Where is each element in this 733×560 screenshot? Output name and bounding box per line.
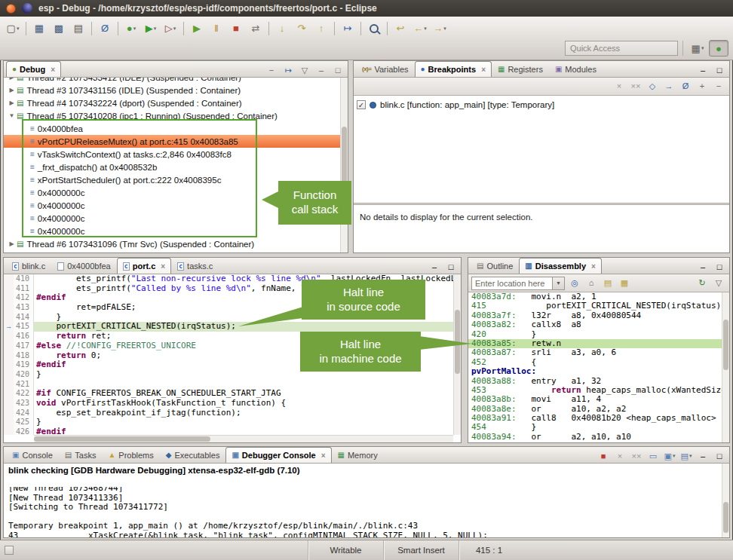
twisty-icon[interactable]: ▶ (7, 99, 17, 106)
stack-frame-row[interactable]: ≡vPortCPUReleaseMutex() at port.c:415 0x… (4, 135, 340, 148)
breakpoints-tab-breakpoints[interactable]: ●Breakpoints× (415, 61, 492, 77)
disassembly-listing[interactable]: 40083a7d: movi.n a2, 1415 portEXIT_CRITI… (468, 292, 722, 442)
close-icon[interactable]: × (161, 262, 165, 271)
code-line[interactable]: 411 ets_printf("Called by %s line %d\n",… (4, 284, 453, 294)
debug-minimize-button[interactable]: – (314, 63, 329, 77)
console-tab-debugger-console[interactable]: ▣Debugger Console× (225, 447, 331, 463)
code-line[interactable]: 417#else //!CONFIG_FREERTOS_UNICORE (4, 341, 453, 351)
disassembly-home-button[interactable]: ⌂ (584, 277, 599, 290)
debug-vertical-scrollbar[interactable] (340, 78, 348, 252)
status-trim-icon[interactable] (5, 546, 14, 555)
debug-thread-row[interactable]: ▶▤Thread #4 1073432224 (dport) (Suspende… (4, 96, 340, 109)
toolbar-resume-button[interactable]: ▶ (187, 20, 207, 37)
disassembly-line[interactable]: 40083a94: or a2, a10, a10 (468, 433, 722, 442)
toolbar-print-button[interactable]: ▤ (69, 20, 88, 37)
toolbar-new-button[interactable]: ▢▾ (3, 20, 23, 37)
toolbar-last-edit-location-button[interactable]: ↩ (391, 20, 410, 37)
editor-tab-0x4000bfea[interactable]: 0x4000bfea (51, 258, 117, 274)
code-line[interactable]: 426#endif (4, 427, 453, 435)
breakpoints-expand-all-button[interactable]: + (695, 80, 710, 93)
disassembly-minimize-button[interactable]: – (695, 260, 710, 274)
editor-tab-tasks-c[interactable]: ctasks.c (171, 258, 219, 274)
disassembly-tab-outline[interactable]: ▤Outline (471, 258, 519, 274)
toolbar-step-return-button[interactable]: ↑ (311, 20, 331, 37)
console-open-console-button[interactable]: ▤▾ (679, 449, 694, 463)
code-line[interactable]: 410 ets_printf("Last non-recursive lock … (4, 274, 453, 284)
debug-maximize-button[interactable]: □ (330, 63, 345, 77)
breakpoints-tab-registers[interactable]: ▦Registers (492, 61, 549, 77)
console-terminate-button[interactable]: ■ (596, 449, 611, 463)
toolbar-suspend-button[interactable]: ‖ (207, 20, 226, 37)
toolbar-run-button[interactable]: ▶▾ (141, 20, 161, 37)
twisty-icon[interactable]: ▶ (7, 78, 17, 81)
code-line[interactable]: 424 esp_set_breakpoint_if_jtag(function)… (4, 409, 453, 418)
code-line[interactable]: 413 ret=pdFALSE; (4, 303, 453, 313)
breakpoints-collapse-all-button[interactable]: − (711, 80, 726, 93)
debug-thread-row[interactable]: ▶▤Thread #2 1073433412 (IDLE) (Suspended… (4, 78, 340, 84)
editor-horizontal-scrollbar[interactable] (34, 435, 453, 442)
disassembly-view-menu-button[interactable]: ▽ (711, 277, 726, 290)
editor-tab-port-c[interactable]: cport.c× (117, 258, 171, 274)
code-line[interactable]: 422#if CONFIG_FREERTOS_BREAK_ON_SCHEDULE… (4, 389, 453, 399)
stack-frame-row[interactable]: ≡xPortStartScheduler() at port.c:222 0x4… (4, 173, 340, 186)
debug-thread-row[interactable]: ▶▤Thread #3 1073431156 (IDLE) (Suspended… (4, 84, 340, 96)
twisty-icon[interactable]: ▼ (7, 112, 17, 119)
console-tab-problems[interactable]: ▲Problems (102, 447, 159, 463)
location-dropdown-icon[interactable]: ▼ (552, 277, 564, 289)
toolbar-debug-button[interactable]: ●▾ (121, 20, 141, 37)
console-display-selected-console-button[interactable]: ▣▾ (662, 449, 677, 463)
code-line[interactable]: 418 return 0; (4, 351, 453, 361)
stack-frame-row[interactable]: ≡0x4000bfea (4, 122, 340, 135)
disassembly-tab-disassembly[interactable]: ▥Disassembly× (519, 258, 602, 274)
code-line[interactable]: 425} (4, 418, 453, 427)
debug-instruction-stepping-mode-button[interactable]: ↦ (281, 63, 296, 77)
debug-collapse-all-button[interactable]: − (264, 63, 279, 77)
twisty-icon[interactable]: ▶ (7, 87, 17, 93)
quick-access-input[interactable]: Quick Access (565, 41, 678, 56)
stack-frame-row[interactable]: ≡0x4000000c (4, 186, 340, 199)
twisty-icon[interactable]: ▶ (7, 240, 17, 247)
toolbar-forward-button[interactable]: →▾ (430, 20, 449, 37)
toolbar-disconnect-button[interactable]: ⇄ (246, 20, 265, 37)
toolbar-save-button[interactable]: ▦ (29, 20, 49, 37)
toolbar-instruction-stepping-button[interactable]: ↦ (338, 20, 357, 37)
toolbar-step-into-button[interactable]: ↓ (272, 20, 292, 37)
open-perspective-button[interactable]: ▦▾ (688, 40, 707, 57)
code-line[interactable]: 416 return ret; (4, 332, 453, 341)
close-icon[interactable]: × (321, 451, 326, 460)
code-line[interactable]: 421 (4, 380, 453, 390)
toolbar-terminate-button[interactable]: ■ (226, 20, 246, 37)
stack-frame-row[interactable]: ≡0x4000000c (4, 212, 340, 225)
close-icon[interactable]: × (51, 66, 55, 74)
console-tab-console[interactable]: ▣Console (6, 447, 59, 463)
close-icon[interactable]: × (481, 66, 486, 74)
stack-frame-row[interactable]: ≡0x4000000c (4, 199, 340, 212)
console-minimize-button[interactable]: – (695, 449, 710, 463)
location-combo[interactable]: Enter location here ▼ (471, 277, 565, 290)
breakpoints-skip-all-breakpoints-button[interactable]: Ø (678, 80, 693, 93)
close-icon[interactable]: × (591, 262, 596, 271)
toolbar-search-button[interactable] (364, 20, 384, 37)
code-line[interactable]: 414 } (4, 313, 453, 323)
disassembly-refresh-button[interactable]: ↻ (695, 277, 710, 290)
disassembly-maximize-button[interactable]: □ (712, 260, 727, 274)
code-editor[interactable]: 410 ets_printf("Last non-recursive lock … (4, 274, 453, 435)
breakpoints-remove-all-breakpoints-button[interactable]: ×× (628, 80, 643, 93)
breakpoints-minimize-button[interactable]: – (695, 63, 710, 77)
debug-thread-row[interactable]: ▶▤Thread #6 1073431096 (Tmr Svc) (Suspen… (4, 237, 340, 250)
disassembly-show-source-button[interactable]: ▤ (600, 277, 615, 290)
console-vertical-scrollbar[interactable] (722, 464, 729, 537)
disassembly-goto-pc-button[interactable]: ◎ (567, 277, 582, 290)
toolbar-external-tools-button[interactable]: ▷▾ (161, 20, 180, 37)
breakpoint-checkbox[interactable]: ✓ (357, 100, 366, 109)
editor-tab-blink-c[interactable]: cblink.c (6, 258, 51, 274)
debug-tab-debug[interactable]: ●Debug× (6, 61, 61, 77)
editor-minimize-button[interactable]: – (427, 260, 442, 274)
stack-frame-row[interactable]: ≡vTaskSwitchContext() at tasks.c:2,846 0… (4, 148, 340, 161)
debug-view-menu-button[interactable]: ▽ (297, 63, 312, 77)
breakpoints-go-to-file-button[interactable]: → (661, 80, 676, 93)
code-line[interactable]: 412#endif (4, 293, 453, 303)
debug-thread-row[interactable]: ▼▤Thread #5 1073410208 (ipc1 : Running) … (4, 109, 340, 122)
code-line[interactable]: 423void vPortFirstTaskHook(TaskFunction_… (4, 399, 453, 409)
console-tab-executables[interactable]: ◆Executables (160, 447, 226, 463)
